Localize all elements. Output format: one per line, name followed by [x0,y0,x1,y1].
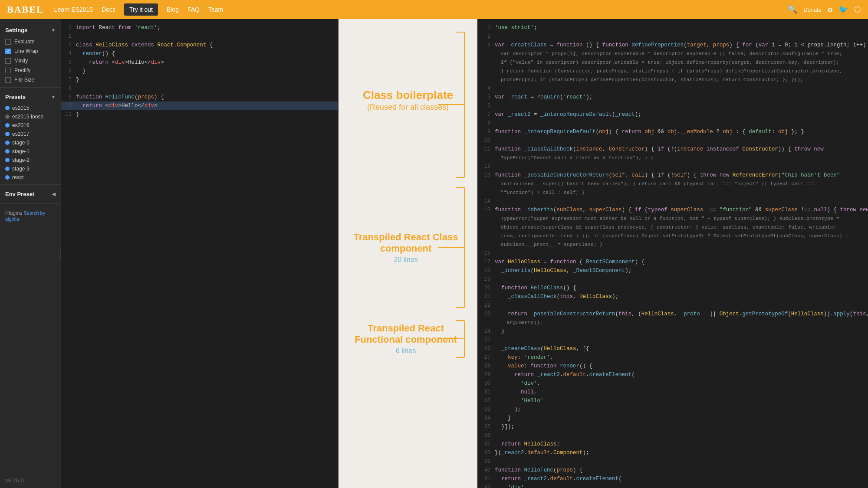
right-line-18: 18 _inherits(HelloClass, _React$Componen… [480,266,868,275]
right-line-9: 9 function _interopRequireDefault(obj) {… [480,128,868,136]
right-line-33: 33 ); [480,405,868,414]
transpiled-func-title: Transpiled React Functional component [343,323,469,345]
env-preset-chevron[interactable]: ◀ [52,192,56,197]
linewrap-checkbox[interactable] [5,49,11,54]
evaluate-checkbox[interactable] [5,39,11,45]
editor-area: 1 import React from 'react'; 2 3 class H… [61,19,868,488]
right-line-cont: var descriptor = props[i]; descriptor.en… [480,49,868,58]
right-code-editor[interactable]: 1 'use strict'; 2 3 var _createClass = f… [477,19,868,488]
main-layout: Settings ▼ Evaluate Line Wrap Minify Pre… [0,19,868,488]
right-editor[interactable]: 1 'use strict'; 2 3 var _createClass = f… [477,19,868,488]
transpiled-func-lines: 6 lines [343,347,469,355]
nav-left: BABEL Learn ES2015 Docs Try it out Blog … [7,3,223,16]
preset-dot-react [5,175,10,180]
preset-dot-stage-2 [5,158,10,162]
nav-link-blog[interactable]: Blog [167,6,179,13]
babel-logo: BABEL [7,4,44,15]
right-line-15e: subClass.__proto__ = superClass; } [480,240,868,249]
preset-stage-1[interactable]: stage-1 [0,147,61,156]
right-line-30: 30 'div', [480,379,868,388]
github-icon[interactable]: ⬡ [854,5,861,14]
left-line-11: 11 } [61,110,338,119]
preset-dot-es2015 [5,106,10,110]
right-line-40: 40 function HelloFunc(props) { [480,466,868,475]
nav-link-team[interactable]: Team [208,6,223,13]
class-boilerplate-annotation: Class boilerplate (Reused for all classe… [347,88,469,112]
sidebar-item-evaluate[interactable]: Evaluate [0,37,61,46]
right-line-3: 3 var _createClass = function () { funct… [480,41,868,49]
nav-link-learn[interactable]: Learn ES2015 [54,6,93,13]
right-line-23b: arguments)); [480,318,868,327]
transpiled-class-title: Transpiled React Class component [343,232,469,254]
right-line-21: 21 _classCallCheck(this, HelloClass); [480,292,868,301]
sidebar-divider-3 [0,203,61,204]
transpiled-class-lines: 20 lines [343,256,469,264]
twitter-icon[interactable]: 🐦 [838,5,848,14]
right-line-16: 16 [480,249,868,258]
sidebar-collapse-button[interactable]: ◀ [60,247,61,260]
preset-es2015-loose[interactable]: es2015-loose [0,112,61,121]
right-line-20: 20 function HelloClass() { [480,284,868,292]
right-line-14: 14 [480,197,868,206]
right-line-29: 29 return _react2.default.createElement( [480,370,868,379]
right-line-31: 31 null, [480,388,868,396]
left-line-7: 7 } [61,75,338,84]
right-line-25: 25 [480,336,868,344]
right-line-5: 5 var _react = require('react'); [480,93,868,102]
left-line-6: 6 } [61,67,338,75]
preset-es2015[interactable]: es2015 [0,104,61,112]
right-line-35: 35 }]); [480,422,868,431]
preset-stage-3[interactable]: stage-3 [0,164,61,173]
left-line-9: 9 function HelloFunc(props) { [61,93,338,102]
preset-dot-stage-1 [5,149,10,154]
search-icon[interactable]: 🔍 [788,5,797,14]
right-line-23: 23 return _possibleConstructorReturn(thi… [480,310,868,318]
preset-es2017[interactable]: es2017 [0,130,61,138]
right-line-11b: TypeError("Cannot call a class as a func… [480,154,868,162]
sidebar-divider-1 [0,87,61,88]
nav-link-faq[interactable]: FAQ [187,6,200,13]
preset-dot-stage-0 [5,141,10,145]
top-navigation: BABEL Learn ES2015 Docs Try it out Blog … [0,0,868,19]
right-line-41: 41 return _react2.default.createElement( [480,475,868,483]
transpiled-class-annotation: Transpiled React Class component 20 line… [343,232,469,264]
left-editor[interactable]: 1 import React from 'react'; 2 3 class H… [61,19,339,488]
preset-es2016[interactable]: es2016 [0,121,61,130]
settings-chevron[interactable]: ▼ [51,28,56,33]
sidebar-item-prettify[interactable]: Prettify [0,66,61,75]
plugins-label: Plugins [5,210,22,216]
preset-dot-es2017 [5,132,10,136]
settings-icon[interactable]: ⚙ [828,5,832,14]
left-line-1: 1 import React from 'react'; [61,23,338,32]
preset-dot-stage-3 [5,167,10,171]
preset-stage-0[interactable]: stage-0 [0,138,61,147]
donate-link[interactable]: Donate [803,7,822,13]
sidebar-item-linewrap[interactable]: Line Wrap [0,46,61,56]
preset-stage-2[interactable]: stage-2 [0,156,61,164]
plugins-section: Plugins Search by algolia [0,206,61,226]
nav-links: Learn ES2015 Docs Try it out Blog FAQ Te… [54,3,224,16]
presets-chevron[interactable]: ▼ [51,95,56,99]
right-line-28: 28 value: function render() { [480,362,868,370]
version-label: v6.26.0 [5,477,24,484]
prettify-checkbox[interactable] [5,68,11,73]
middle-annotation-area: Class boilerplate (Reused for all classe… [339,19,477,488]
minify-checkbox[interactable] [5,58,11,64]
right-line-13c: "function") ? call : self; } [480,188,868,197]
nav-link-tryitout[interactable]: Try it out [124,3,158,16]
left-code-editor[interactable]: 1 import React from 'react'; 2 3 class H… [61,19,338,123]
presets-section-title: Presets ▼ [0,90,61,104]
sidebar-item-minify[interactable]: Minify [0,56,61,66]
right-line-39: 39 [480,457,868,466]
sidebar-item-filesize[interactable]: File Size [0,75,61,85]
right-line-13b: initialised - super() hasn't been called… [480,180,868,188]
class-boilerplate-subtitle: (Reused for all classes) [347,103,469,112]
filesize-checkbox[interactable] [5,77,11,83]
settings-section-title: Settings ▼ [0,23,61,37]
right-line-1: 1 'use strict'; [480,23,868,32]
nav-link-docs[interactable]: Docs [102,6,115,13]
left-line-3: 3 class HelloClass extends React.Compone… [61,41,338,49]
left-line-4: 4 render() { [61,49,338,58]
right-line-19: 19 [480,275,868,284]
preset-react[interactable]: react [0,173,61,182]
